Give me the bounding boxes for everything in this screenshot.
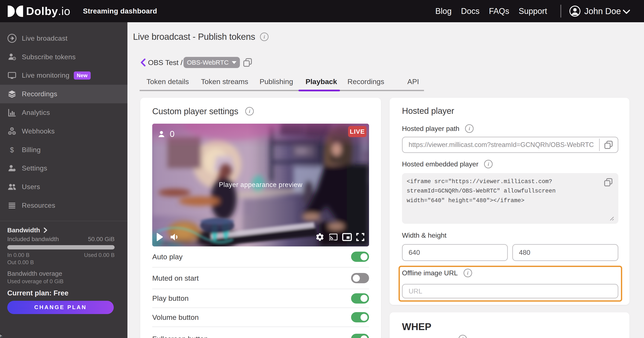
svg-text:$: $ bbox=[10, 146, 14, 154]
